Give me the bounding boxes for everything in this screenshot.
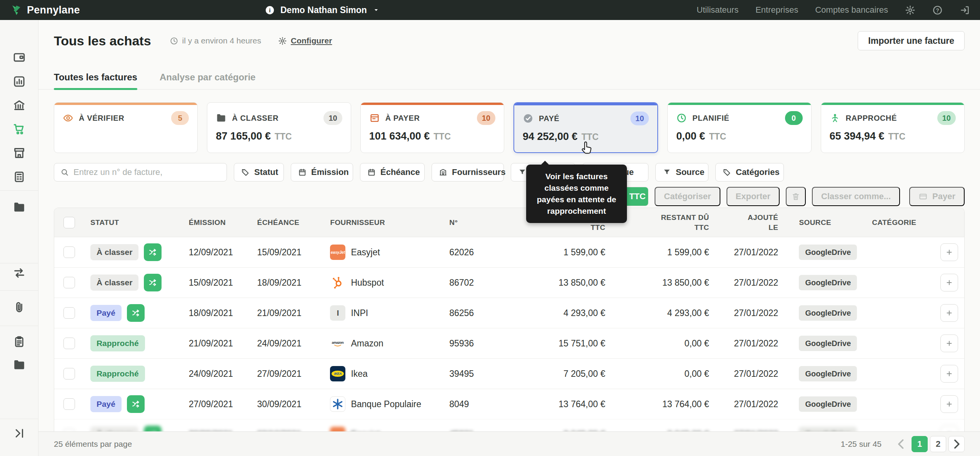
add-category-button[interactable] <box>940 274 958 291</box>
pagination-page-2[interactable]: 2 <box>930 436 946 452</box>
sidebar-item-calculator[interactable] <box>13 170 26 183</box>
sidebar-item-transfer[interactable] <box>13 266 26 280</box>
supplier-logo-ikea: IKEA <box>330 366 345 381</box>
card-accent <box>514 103 657 105</box>
person-icon <box>830 113 840 123</box>
sidebar-item-bar-chart[interactable] <box>13 75 26 88</box>
table-row-3[interactable]: Rapproché 21/09/2021 24/09/2021 amazonAm… <box>54 328 964 359</box>
pagination-page-1[interactable]: 1 <box>912 436 928 452</box>
topbar-link-1[interactable]: Entreprises <box>755 5 798 15</box>
add-category-button[interactable] <box>940 365 958 383</box>
emission-date: 24/09/2021 <box>177 369 246 379</box>
table-row-6[interactable]: À classer 30/09/2021 03/10/2021 easyJetE… <box>54 419 964 431</box>
total-ttc: 15 751,00 € <box>522 338 615 349</box>
table-row-4[interactable]: Rapproché 24/09/2021 27/09/2021 IKEAIkea… <box>54 359 964 389</box>
status-card-à-payer[interactable]: À PAYER 10 101 634,00 € TTC <box>360 102 504 153</box>
reconcile-action-button[interactable] <box>127 395 145 413</box>
topbar-link-2[interactable]: Comptes bancaires <box>815 5 888 15</box>
status-card-rapproché[interactable]: RAPPROCHÉ 10 65 394,94 € TTC <box>821 102 965 153</box>
sidebar-divider <box>0 290 38 291</box>
brand[interactable]: Pennylane <box>10 4 80 16</box>
reconcile-action-button[interactable] <box>144 426 162 431</box>
filter-chip-source[interactable]: Source <box>655 163 708 181</box>
table-row-1[interactable]: À classer 15/09/2021 18/09/2021 Hubspot … <box>54 268 964 298</box>
card-top: À PAYER 10 <box>369 111 495 125</box>
table-row-0[interactable]: À classer 12/09/2021 15/09/2021 easyJetE… <box>54 237 964 268</box>
filter-chip-catgories[interactable]: Catégories <box>715 163 784 181</box>
filter-chip-mission[interactable]: Émission <box>291 163 353 181</box>
sidebar-item-paperclip[interactable] <box>13 301 26 314</box>
import-invoice-button[interactable]: Importer une facture <box>858 31 965 50</box>
invoices-table: STATUTÉMISSIONÉCHÉANCEFOURNISSEURN°TOTAL… <box>54 208 965 431</box>
add-category-button[interactable] <box>940 243 958 261</box>
sidebar-item-bank[interactable] <box>13 99 26 112</box>
add-category-button[interactable] <box>940 304 958 322</box>
table-row-2[interactable]: Payé 18/09/2021 21/09/2021 IINPI 86256 4… <box>54 298 964 328</box>
pagination-prev-button[interactable] <box>893 436 909 452</box>
filter-chip-fournisseurs[interactable]: Fournisseurs <box>432 163 504 181</box>
status-card-planifié[interactable]: PLANIFIÉ 0 0,00 € TTC <box>667 102 811 153</box>
add-category-button[interactable] <box>940 426 958 431</box>
emission-date: 15/09/2021 <box>177 278 246 288</box>
card-label: PLANIFIÉ <box>692 114 729 123</box>
pennylane-logo-icon <box>10 4 22 16</box>
pay-button[interactable]: Payer <box>909 187 965 206</box>
workspace-switcher[interactable]: i Demo Nathan Simon <box>265 5 380 15</box>
reconcile-action-button[interactable] <box>144 274 162 291</box>
classify-as-button[interactable]: Classer comme... <box>812 187 900 206</box>
reconcile-action-button[interactable] <box>144 243 162 261</box>
row-checkbox[interactable] <box>63 277 75 288</box>
status-card-payé[interactable]: PAYÉ 10 94 252,00 € TTC <box>513 102 658 153</box>
search-input[interactable] <box>73 167 220 177</box>
sidebar-item-wallet[interactable] <box>13 51 26 64</box>
logout-icon[interactable] <box>960 5 970 15</box>
main-content: Tous les achats il y a environ 4 heures … <box>38 20 980 456</box>
due-date: 21/09/2021 <box>246 308 319 318</box>
ttc-toggle-option[interactable]: TTC <box>627 187 648 206</box>
topbar-link-0[interactable]: Utilisateurs <box>697 5 738 15</box>
row-checkbox[interactable] <box>63 398 75 410</box>
export-button[interactable]: Exporter <box>727 187 780 206</box>
sidebar-item-cart[interactable] <box>13 122 26 135</box>
status-card-à-vérifier[interactable]: À VÉRIFIER 5 <box>54 102 198 153</box>
delete-button[interactable] <box>786 187 806 206</box>
sidebar-collapse-button[interactable] <box>13 427 26 440</box>
sidebar-item-shop[interactable] <box>13 146 26 160</box>
column-header-9: SOURCE <box>787 218 872 228</box>
add-category-button[interactable] <box>940 395 958 413</box>
row-checkbox[interactable] <box>63 368 75 379</box>
sidebar-item-folder[interactable] <box>13 201 26 214</box>
card-count-badge: 10 <box>323 111 342 125</box>
sidebar-item-clipboard[interactable] <box>13 335 26 348</box>
status-card-à-classer[interactable]: À CLASSER 10 87 165,00 € TTC <box>207 102 351 153</box>
page-title: Tous les achats <box>54 33 151 48</box>
tab-1[interactable]: Analyse par catégorie <box>160 65 255 89</box>
row-checkbox[interactable] <box>63 429 75 431</box>
plus-icon <box>945 339 953 348</box>
add-category-button[interactable] <box>940 335 958 352</box>
supplier-name: INPI <box>351 308 368 318</box>
filter-chip-chance[interactable]: Échéance <box>360 163 425 181</box>
categorize-button[interactable]: Catégoriser <box>655 187 720 206</box>
tab-0[interactable]: Toutes les factures <box>54 65 137 89</box>
gear-icon[interactable] <box>905 5 915 15</box>
status-cards: À VÉRIFIER 5 À CLASSER 10 87 165,00 € TT… <box>54 102 965 153</box>
pagination-next-button[interactable] <box>948 436 965 452</box>
reconcile-action-button[interactable] <box>127 304 145 322</box>
gear-icon <box>278 37 287 45</box>
supplier-name: Easyjet <box>351 247 380 258</box>
funnel-icon <box>518 168 527 176</box>
status-badge: Rapproché <box>90 335 145 351</box>
help-icon[interactable]: ? <box>932 5 943 15</box>
table-row-5[interactable]: Payé 27/09/2021 30/09/2021 Banque Popula… <box>54 389 964 419</box>
tag-icon <box>723 168 731 176</box>
filter-chip-statut[interactable]: Statut <box>234 163 284 181</box>
select-all-checkbox[interactable] <box>63 217 75 228</box>
configure-link[interactable]: Configurer <box>278 36 332 45</box>
row-checkbox[interactable] <box>63 338 75 349</box>
sidebar-item-folder2[interactable] <box>13 358 26 371</box>
row-checkbox[interactable] <box>63 307 75 319</box>
row-checkbox[interactable] <box>63 246 75 258</box>
supplier-name: Banque Populaire <box>351 399 421 409</box>
card-amount: 101 634,00 € TTC <box>369 130 495 142</box>
